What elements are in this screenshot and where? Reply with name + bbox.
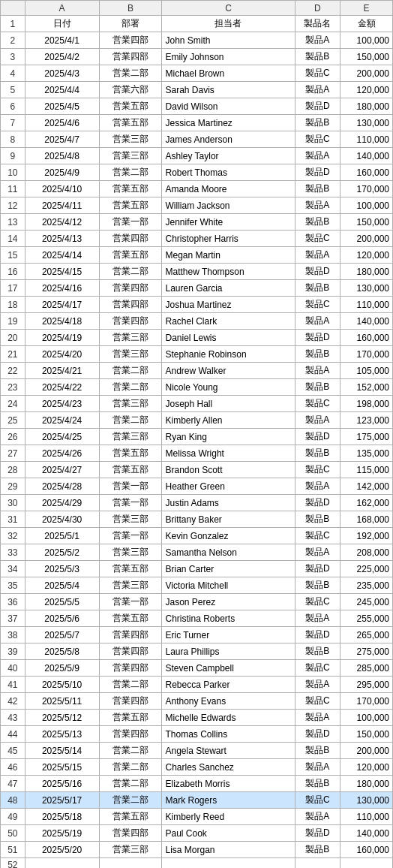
dept-cell: 営業二部 [99,776,162,792]
product-cell: 製品C [295,792,340,809]
date-cell: 2025/4/29 [25,495,99,511]
person-cell: Victoria Mitchell [162,577,295,594]
date-cell: 2025/4/28 [25,478,99,495]
person-cell: Michelle Edwards [162,710,295,726]
person-cell: Samantha Nelson [162,544,295,561]
person-cell: Eric Turner [162,627,295,643]
date-cell: 2025/4/13 [25,231,99,247]
date-cell: 2025/4/1 [25,32,99,49]
amount-cell: 245,000 [340,594,393,610]
table-row: 382025/5/7営業四部Eric Turner製品D265,000 [1,627,393,643]
row-number: 41 [1,677,26,693]
person-cell: Megan Martin [162,247,295,264]
person-cell: Matthew Thompson [162,264,295,280]
person-cell: Heather Green [162,478,295,495]
product-cell: 製品A [295,478,340,495]
person-cell: 担当者 [162,16,295,32]
person-cell: Rebecca Parker [162,677,295,693]
date-cell: 2025/4/12 [25,214,99,231]
amount-cell: 235,000 [340,577,393,594]
person-cell: Melissa Wright [162,445,295,462]
dept-cell: 営業四部 [99,49,162,65]
row-number: 27 [1,445,26,462]
person-cell: Brian Carter [162,561,295,577]
dept-cell: 営業三部 [99,429,162,445]
amount-cell: 105,000 [340,363,393,379]
date-cell: 2025/4/7 [25,131,99,148]
person-cell: Ashley Taylor [162,148,295,164]
product-cell: 製品B [295,181,340,197]
table-row: 372025/5/6営業五部Christina Roberts製品A255,00… [1,610,393,627]
date-cell: 2025/5/1 [25,528,99,544]
date-cell: 2025/5/2 [25,544,99,561]
person-cell: Sarah Davis [162,82,295,98]
amount-cell: 162,000 [340,495,393,511]
product-cell [295,858,340,869]
dept-cell: 営業二部 [99,743,162,759]
table-row: 492025/5/18営業五部Kimberly Reed製品A110,000 [1,809,393,825]
date-cell: 2025/4/17 [25,297,99,313]
product-cell: 製品D [295,495,340,511]
dept-cell: 営業四部 [99,660,162,677]
row-number: 15 [1,247,26,264]
dept-cell: 営業二部 [99,264,162,280]
person-cell [162,858,295,869]
amount-cell: 200,000 [340,65,393,82]
date-cell: 2025/5/6 [25,610,99,627]
dept-cell: 営業三部 [99,396,162,412]
row-number: 29 [1,478,26,495]
dept-cell: 営業一部 [99,495,162,511]
date-cell: 日付 [25,16,99,32]
table-row: 302025/4/29営業一部Justin Adams製品D162,000 [1,495,393,511]
row-number: 13 [1,214,26,231]
row-number: 14 [1,231,26,247]
person-cell: Lauren Garcia [162,280,295,297]
spreadsheet: A B C D E 1日付部署担当者製品名金額22025/4/1営業四部John… [0,0,393,868]
amount-cell: 160,000 [340,164,393,181]
amount-cell: 152,000 [340,379,393,396]
table-row: 332025/5/2営業三部Samantha Nelson製品A208,000 [1,544,393,561]
person-cell: Jennifer White [162,214,295,231]
row-number: 39 [1,643,26,660]
amount-cell: 120,000 [340,247,393,264]
table-row: 222025/4/21営業二部Andrew Walker製品A105,000 [1,363,393,379]
table-row: 212025/4/20営業三部Stephanie Robinson製品B170,… [1,346,393,363]
row-number: 16 [1,264,26,280]
row-number: 50 [1,825,26,842]
dept-cell: 営業五部 [99,610,162,627]
product-cell: 製品A [295,809,340,825]
row-number: 10 [1,164,26,181]
column-letters-row: A B C D E [1,1,393,16]
amount-cell: 130,000 [340,115,393,131]
date-cell: 2025/4/27 [25,462,99,478]
product-cell: 製品B [295,445,340,462]
person-cell: Daniel Lewis [162,330,295,346]
amount-cell: 275,000 [340,643,393,660]
person-cell: Michael Brown [162,65,295,82]
date-cell: 2025/4/10 [25,181,99,197]
row-number: 11 [1,181,26,197]
table-row: 292025/4/28営業一部Heather Green製品A142,000 [1,478,393,495]
row-number: 51 [1,842,26,858]
date-cell: 2025/5/10 [25,677,99,693]
dept-cell: 営業四部 [99,231,162,247]
date-cell: 2025/4/3 [25,65,99,82]
row-number: 42 [1,693,26,710]
dept-cell: 営業五部 [99,98,162,115]
row-number: 17 [1,280,26,297]
date-cell: 2025/5/16 [25,776,99,792]
person-cell: Steven Campbell [162,660,295,677]
dept-cell: 営業五部 [99,115,162,131]
table-row: 202025/4/19営業三部Daniel Lewis製品D160,000 [1,330,393,346]
product-cell: 製品名 [295,16,340,32]
date-cell: 2025/4/2 [25,49,99,65]
date-cell: 2025/4/18 [25,313,99,330]
dept-cell: 営業二部 [99,792,162,809]
date-cell: 2025/5/17 [25,792,99,809]
date-cell: 2025/5/7 [25,627,99,643]
date-cell: 2025/5/13 [25,726,99,743]
row-number: 45 [1,743,26,759]
person-cell: Justin Adams [162,495,295,511]
person-cell: Charles Sanchez [162,759,295,776]
amount-cell: 285,000 [340,660,393,677]
